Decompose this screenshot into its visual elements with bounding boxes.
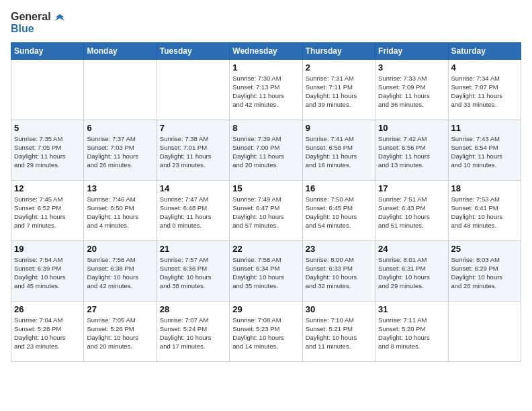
calendar-cell: 6Sunrise: 7:37 AM Sunset: 7:03 PM Daylig… [84,120,157,181]
header-row: SundayMondayTuesdayWednesdayThursdayFrid… [11,43,521,60]
day-number: 19 [14,244,81,254]
day-number: 18 [451,183,518,193]
calendar-cell [157,60,229,120]
cell-info: Sunrise: 7:47 AM Sunset: 6:48 PM Dayligh… [160,195,226,230]
day-header-tuesday: Tuesday [157,43,229,60]
day-number: 12 [14,183,81,193]
cell-info: Sunrise: 8:01 AM Sunset: 6:31 PM Dayligh… [378,256,445,290]
calendar-cell [84,60,157,120]
week-row-1: 1Sunrise: 7:30 AM Sunset: 7:13 PM Daylig… [11,60,521,120]
cell-info: Sunrise: 7:05 AM Sunset: 5:26 PM Dayligh… [87,316,153,351]
week-row-5: 26Sunrise: 7:04 AM Sunset: 5:28 PM Dayli… [11,302,521,362]
cell-info: Sunrise: 7:37 AM Sunset: 7:03 PM Dayligh… [87,135,153,169]
calendar-cell [448,302,521,362]
cell-info: Sunrise: 8:03 AM Sunset: 6:29 PM Dayligh… [451,256,518,290]
logo-blue: Blue [11,23,64,35]
calendar-cell: 22Sunrise: 7:58 AM Sunset: 6:34 PM Dayli… [230,241,302,302]
day-number: 5 [14,123,81,133]
calendar-cell: 24Sunrise: 8:01 AM Sunset: 6:31 PM Dayli… [375,241,448,302]
day-number: 22 [232,244,299,254]
cell-info: Sunrise: 7:46 AM Sunset: 6:50 PM Dayligh… [87,195,153,230]
day-number: 17 [378,183,445,193]
cell-info: Sunrise: 7:04 AM Sunset: 5:28 PM Dayligh… [14,316,81,351]
cell-info: Sunrise: 7:41 AM Sunset: 6:58 PM Dayligh… [306,135,372,169]
cell-info: Sunrise: 7:38 AM Sunset: 7:01 PM Dayligh… [160,135,226,169]
day-number: 30 [306,304,372,314]
day-number: 14 [160,183,226,193]
page-header: General Blue [11,11,521,34]
calendar-cell: 1Sunrise: 7:30 AM Sunset: 7:13 PM Daylig… [230,60,302,120]
day-number: 23 [306,244,372,254]
calendar-table: SundayMondayTuesdayWednesdayThursdayFrid… [11,42,521,362]
day-header-friday: Friday [375,43,448,60]
calendar-cell: 28Sunrise: 7:07 AM Sunset: 5:24 PM Dayli… [157,302,229,362]
day-number: 7 [160,123,226,133]
cell-info: Sunrise: 7:42 AM Sunset: 6:56 PM Dayligh… [378,135,445,169]
cell-info: Sunrise: 7:49 AM Sunset: 6:47 PM Dayligh… [232,195,299,230]
calendar-cell: 26Sunrise: 7:04 AM Sunset: 5:28 PM Dayli… [11,302,84,362]
calendar-cell: 11Sunrise: 7:43 AM Sunset: 6:54 PM Dayli… [448,120,521,181]
cell-info: Sunrise: 7:34 AM Sunset: 7:07 PM Dayligh… [451,75,518,109]
calendar-cell: 14Sunrise: 7:47 AM Sunset: 6:48 PM Dayli… [157,181,229,241]
calendar-cell: 17Sunrise: 7:51 AM Sunset: 6:43 PM Dayli… [375,181,448,241]
calendar-cell: 5Sunrise: 7:35 AM Sunset: 7:05 PM Daylig… [11,120,84,181]
calendar-cell: 9Sunrise: 7:41 AM Sunset: 6:58 PM Daylig… [302,120,375,181]
cell-info: Sunrise: 7:53 AM Sunset: 6:41 PM Dayligh… [451,195,518,230]
cell-info: Sunrise: 7:33 AM Sunset: 7:09 PM Dayligh… [378,75,445,109]
day-number: 21 [160,244,226,254]
calendar-cell: 8Sunrise: 7:39 AM Sunset: 7:00 PM Daylig… [230,120,302,181]
calendar-cell: 12Sunrise: 7:45 AM Sunset: 6:52 PM Dayli… [11,181,84,241]
day-number: 11 [451,123,518,133]
cell-info: Sunrise: 7:31 AM Sunset: 7:11 PM Dayligh… [306,75,372,109]
day-header-monday: Monday [84,43,157,60]
day-number: 6 [87,123,153,133]
calendar-cell: 23Sunrise: 8:00 AM Sunset: 6:33 PM Dayli… [302,241,375,302]
cell-info: Sunrise: 7:58 AM Sunset: 6:34 PM Dayligh… [232,256,299,290]
svg-marker-0 [55,14,64,21]
cell-info: Sunrise: 7:30 AM Sunset: 7:13 PM Dayligh… [232,75,299,109]
cell-info: Sunrise: 7:10 AM Sunset: 5:21 PM Dayligh… [306,316,372,351]
day-number: 31 [378,304,445,314]
day-header-thursday: Thursday [302,43,375,60]
week-row-3: 12Sunrise: 7:45 AM Sunset: 6:52 PM Dayli… [11,181,521,241]
week-row-4: 19Sunrise: 7:54 AM Sunset: 6:39 PM Dayli… [11,241,521,302]
day-number: 15 [232,183,299,193]
day-number: 28 [160,304,226,314]
calendar-cell: 29Sunrise: 7:08 AM Sunset: 5:23 PM Dayli… [230,302,302,362]
cell-info: Sunrise: 7:07 AM Sunset: 5:24 PM Dayligh… [160,316,226,351]
cell-info: Sunrise: 7:43 AM Sunset: 6:54 PM Dayligh… [451,135,518,169]
calendar-cell: 4Sunrise: 7:34 AM Sunset: 7:07 PM Daylig… [448,60,521,120]
day-number: 26 [14,304,81,314]
day-number: 8 [232,123,299,133]
calendar-cell: 20Sunrise: 7:56 AM Sunset: 6:38 PM Dayli… [84,241,157,302]
week-row-2: 5Sunrise: 7:35 AM Sunset: 7:05 PM Daylig… [11,120,521,181]
calendar-cell: 21Sunrise: 7:57 AM Sunset: 6:36 PM Dayli… [157,241,229,302]
cell-info: Sunrise: 7:08 AM Sunset: 5:23 PM Dayligh… [232,316,299,351]
cell-info: Sunrise: 7:57 AM Sunset: 6:36 PM Dayligh… [160,256,226,290]
day-number: 29 [232,304,299,314]
day-number: 27 [87,304,153,314]
day-header-saturday: Saturday [448,43,521,60]
day-number: 13 [87,183,153,193]
day-header-sunday: Sunday [11,43,84,60]
calendar-cell: 30Sunrise: 7:10 AM Sunset: 5:21 PM Dayli… [302,302,375,362]
calendar-cell: 13Sunrise: 7:46 AM Sunset: 6:50 PM Dayli… [84,181,157,241]
calendar-cell: 19Sunrise: 7:54 AM Sunset: 6:39 PM Dayli… [11,241,84,302]
cell-info: Sunrise: 7:51 AM Sunset: 6:43 PM Dayligh… [378,195,445,230]
logo-text: General Blue [11,11,64,34]
calendar-cell: 16Sunrise: 7:50 AM Sunset: 6:45 PM Dayli… [302,181,375,241]
day-number: 4 [451,62,518,73]
day-number: 3 [378,62,445,73]
calendar-cell: 3Sunrise: 7:33 AM Sunset: 7:09 PM Daylig… [375,60,448,120]
cell-info: Sunrise: 7:45 AM Sunset: 6:52 PM Dayligh… [14,195,81,230]
cell-info: Sunrise: 7:11 AM Sunset: 5:20 PM Dayligh… [378,316,445,351]
cell-info: Sunrise: 7:35 AM Sunset: 7:05 PM Dayligh… [14,135,81,169]
calendar-cell: 7Sunrise: 7:38 AM Sunset: 7:01 PM Daylig… [157,120,229,181]
day-number: 25 [451,244,518,254]
cell-info: Sunrise: 7:39 AM Sunset: 7:00 PM Dayligh… [232,135,299,169]
calendar-cell: 15Sunrise: 7:49 AM Sunset: 6:47 PM Dayli… [230,181,302,241]
cell-info: Sunrise: 7:50 AM Sunset: 6:45 PM Dayligh… [306,195,372,230]
cell-info: Sunrise: 7:54 AM Sunset: 6:39 PM Dayligh… [14,256,81,290]
calendar-cell: 2Sunrise: 7:31 AM Sunset: 7:11 PM Daylig… [302,60,375,120]
calendar-cell: 25Sunrise: 8:03 AM Sunset: 6:29 PM Dayli… [448,241,521,302]
